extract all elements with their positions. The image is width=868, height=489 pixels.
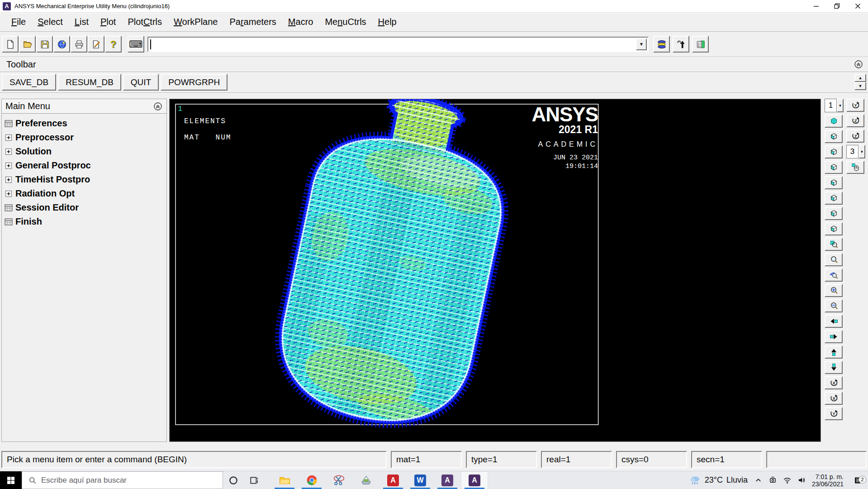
toolbar-collapse-button[interactable] [854,59,863,69]
front-view-icon [829,148,839,156]
command-keyboard-button[interactable]: ⌨ [128,36,144,53]
task-view-button[interactable] [244,471,265,489]
chevron-down-icon[interactable]: ▼ [859,145,865,158]
graphics-window[interactable]: 1 ELEMENTS MAT NUM ANSYS 2021 R1 ACADEMI… [169,99,821,442]
restore-button[interactable] [826,0,847,12]
pan-zoom-rotate-button[interactable] [53,36,70,53]
menu-item-preprocessor[interactable]: Preprocessor [4,130,165,144]
menu-menuctrls[interactable]: MenuCtrls [319,17,372,27]
command-input[interactable] [148,38,648,51]
tray-network[interactable] [780,476,795,484]
taskbar-app-scanner[interactable] [352,471,379,489]
tray-volume[interactable] [795,476,809,484]
taskbar-app-chrome[interactable] [298,471,325,489]
minimize-button[interactable] [806,0,826,12]
menu-item-solution[interactable]: Solution [4,144,165,158]
help-button[interactable]: ? [105,36,122,53]
bottom-view-button[interactable] [825,192,843,205]
hidden-icons-button[interactable] [751,476,766,484]
action-center-button[interactable]: 2 [848,476,868,485]
rotate-minus-x-button[interactable] [825,392,843,405]
zoom-in-button[interactable] [825,284,843,297]
search-input[interactable] [41,476,223,485]
taskbar-search[interactable] [22,471,223,489]
back-view-button[interactable] [825,161,843,174]
command-history-dropdown[interactable]: ▼ [636,38,647,50]
resum-db-abbrev-button[interactable]: RESUM_DB [58,74,121,91]
rotate-minus-z-button[interactable] [846,129,864,143]
status-field-mat: mat=1 [391,451,462,468]
zoom-view-button[interactable] [825,253,843,266]
raise-hidden-button[interactable] [653,36,670,53]
fit-view-button[interactable] [825,238,843,251]
start-button[interactable] [0,471,22,489]
taskbar-app-snipping-tool[interactable] [325,471,352,489]
search-icon [28,476,37,484]
pan-left-button[interactable] [825,315,843,328]
weather-widget[interactable]: 23°C Lluvia [686,475,751,486]
save-db-button[interactable] [36,36,53,53]
print-icon [74,39,84,49]
chevron-down-icon[interactable]: ▼ [837,99,844,112]
right-view-button[interactable] [825,222,843,235]
menu-macro[interactable]: Macro [282,17,319,27]
pan-right-button[interactable] [825,330,843,343]
pan-down-button[interactable] [825,361,843,374]
menu-item-finish[interactable]: Finish [4,215,165,229]
menu-item-session-editor[interactable]: Session Editor [4,201,165,215]
print-button[interactable] [71,36,87,53]
front-view-button[interactable] [825,145,843,158]
quit-abbrev-button[interactable]: QUIT [123,74,159,91]
menu-plotctrls[interactable]: PlotCtrls [122,17,168,27]
isometric-view-button[interactable] [825,115,843,128]
contact-manager-button[interactable] [692,36,709,53]
report-generator-button[interactable] [88,36,104,53]
taskbar-app-ansys[interactable]: A [434,471,461,489]
rate-select-dropdown[interactable]: 3 ▼ [846,145,865,158]
powrgrph-abbrev-button[interactable]: POWRGRPH [161,74,228,91]
taskbar-clock[interactable]: 7:01 p. m. 23/06/2021 [809,473,848,488]
window-select-dropdown[interactable]: 1 ▼ [825,99,844,112]
menu-workplane[interactable]: WorkPlane [168,17,223,27]
collapse-icon [153,102,162,111]
dynamic-mode-button[interactable] [846,161,864,174]
open-file-button[interactable] [19,36,36,53]
taskbar-app-ansys-active[interactable]: A [461,471,488,489]
command-combobox[interactable] [147,37,649,52]
menu-plot[interactable]: Plot [95,17,122,27]
contact-manager-icon [696,39,706,49]
menu-item-timehist-postpro[interactable]: TimeHist Postpro [4,173,165,187]
rotate-plus-x-button[interactable] [825,376,843,389]
tray-camera[interactable] [766,476,780,484]
rotate-plus-y-button[interactable] [825,407,843,420]
oblique-view-button[interactable] [825,130,843,143]
menu-help[interactable]: Help [372,17,403,27]
new-analysis-button[interactable] [2,36,19,53]
abbreviation-toolbar: SAVE_DB RESUM_DB QUIT POWRGRPH ▲ ▼ [0,72,868,93]
reset-picking-button[interactable] [673,36,689,53]
scroll-up-button[interactable]: ▲ [854,74,866,82]
pan-up-button[interactable] [825,345,843,359]
save-db-abbrev-button[interactable]: SAVE_DB [2,74,56,91]
main-menu-collapse-button[interactable] [153,101,163,111]
top-view-button[interactable] [825,176,843,189]
close-icon [855,3,861,9]
menu-item-radiation-opt[interactable]: Radiation Opt [4,187,165,201]
taskbar-app-word[interactable]: W [407,471,434,489]
close-button[interactable] [847,0,868,12]
cortana-button[interactable] [223,471,244,489]
scroll-down-button[interactable]: ▼ [854,82,866,90]
back-up-button[interactable] [825,268,843,282]
menu-item-general-postproc[interactable]: General Postproc [4,158,165,173]
rotate-plus-z-button[interactable] [846,114,864,127]
menu-list[interactable]: List [69,17,95,27]
left-view-button[interactable] [825,207,843,220]
menu-select[interactable]: Select [32,17,69,27]
rotate-minus-y-button[interactable] [846,99,864,112]
zoom-out-button[interactable] [825,299,843,312]
menu-item-preferences[interactable]: Preferences [4,116,165,130]
taskbar-app-acrobat[interactable]: A [379,471,407,489]
taskbar-app-file-explorer[interactable] [271,471,298,489]
menu-file[interactable]: File [5,17,32,27]
menu-parameters[interactable]: Parameters [223,17,282,27]
